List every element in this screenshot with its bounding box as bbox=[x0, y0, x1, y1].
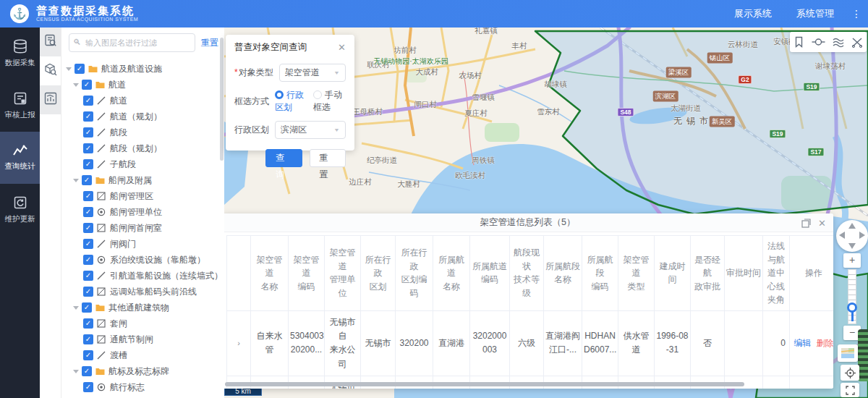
nav-display-system[interactable]: 展示系统 bbox=[734, 7, 772, 20]
layer-tree-item[interactable]: ✓航段 bbox=[61, 124, 224, 140]
layer-checkbox[interactable]: ✓ bbox=[83, 127, 93, 137]
compass-control[interactable] bbox=[836, 220, 868, 252]
layer-tree-item[interactable]: ✓船闸及附属 bbox=[61, 172, 224, 188]
layer-tree-item[interactable]: ✓船闸管理区 bbox=[61, 188, 224, 204]
layer-checkbox[interactable]: ✓ bbox=[83, 143, 93, 153]
scissors-icon[interactable] bbox=[851, 37, 863, 48]
layer-checkbox[interactable]: ✓ bbox=[83, 287, 93, 297]
place-label: 纪亭街道 bbox=[367, 156, 397, 166]
close-icon[interactable]: ✕ bbox=[338, 42, 346, 53]
layer-tree-item[interactable]: ✓船闸闸首闸室 bbox=[61, 220, 224, 236]
pan-east-icon[interactable] bbox=[859, 232, 865, 239]
table-cell: 0 bbox=[763, 310, 790, 376]
layer-checkbox[interactable]: ✓ bbox=[83, 223, 93, 233]
sidebar-item-1[interactable]: 数据采集 bbox=[0, 27, 40, 80]
road-badge: S19 bbox=[803, 82, 820, 91]
layer-tree-item[interactable]: ✓航道及航道设施 bbox=[61, 61, 224, 77]
rail-tool-2[interactable] bbox=[40, 56, 61, 85]
layer-checkbox[interactable]: ✓ bbox=[82, 175, 92, 185]
layer-checkbox[interactable]: ✓ bbox=[83, 318, 93, 329]
query-button[interactable]: 查询 bbox=[265, 149, 302, 167]
layer-tree-item[interactable]: ✓闸阀门 bbox=[61, 236, 224, 252]
tree-scrollbar[interactable] bbox=[220, 38, 224, 161]
folder-icon bbox=[88, 65, 98, 73]
layer-tree-item[interactable]: ✓航道（规划） bbox=[61, 109, 224, 124]
bookmark-icon[interactable] bbox=[793, 36, 804, 48]
layer-tree-item[interactable]: ✓航标及标志标牌 bbox=[61, 363, 224, 379]
layer-checkbox[interactable]: ✓ bbox=[83, 111, 93, 122]
radio-manual-select[interactable]: 手动框选 bbox=[313, 89, 346, 114]
basemap-switch-button[interactable] bbox=[838, 344, 858, 362]
line-icon bbox=[97, 240, 106, 248]
layer-tree-item[interactable]: ✓子航段 bbox=[61, 156, 224, 172]
layer-checkbox[interactable]: ✓ bbox=[82, 366, 92, 376]
reset-button[interactable]: 重置 bbox=[310, 149, 346, 167]
layer-tree-item[interactable]: ✓远调站靠船码头前沿线 bbox=[61, 284, 224, 300]
pan-west-icon[interactable] bbox=[839, 232, 845, 239]
layer-checkbox[interactable]: ✓ bbox=[83, 271, 93, 281]
horizontal-scrollbar[interactable] bbox=[225, 382, 744, 386]
fullscreen-button[interactable] bbox=[841, 383, 859, 397]
layer-tree-item[interactable]: ✓航段（规划） bbox=[61, 140, 224, 156]
layer-tree-item[interactable]: ✓套闸 bbox=[61, 316, 224, 331]
layer-checkbox[interactable]: ✓ bbox=[82, 302, 92, 313]
layer-checkbox[interactable]: ✓ bbox=[83, 255, 93, 265]
layer-tree-item[interactable]: ✓航道 bbox=[61, 77, 224, 93]
layer-checkbox[interactable]: ✓ bbox=[83, 239, 93, 249]
pan-south-icon[interactable] bbox=[848, 243, 856, 249]
layer-checkbox[interactable]: ✓ bbox=[83, 207, 93, 217]
radio-admin-district[interactable]: 行政区划 bbox=[275, 89, 307, 114]
layer-reset-link[interactable]: 重置 bbox=[201, 37, 218, 49]
layer-tree-item[interactable]: ✓航道 bbox=[61, 93, 224, 109]
sidebar-item-2[interactable]: 审核上报 bbox=[0, 80, 40, 132]
close-icon[interactable]: ✕ bbox=[818, 218, 826, 229]
layers-icon[interactable] bbox=[833, 37, 844, 48]
city-label: 无锡市 bbox=[673, 115, 712, 127]
layer-checkbox[interactable]: ✓ bbox=[83, 96, 93, 106]
street-view-widget[interactable] bbox=[858, 329, 868, 381]
place-label: 胡埭镇 bbox=[544, 80, 567, 90]
sidebar-item-4[interactable]: 维护更新 bbox=[0, 184, 40, 236]
caret-down-icon[interactable] bbox=[73, 306, 79, 310]
layer-checkbox[interactable]: ✓ bbox=[83, 334, 93, 344]
layer-tree-item[interactable]: ✓标牌 bbox=[61, 395, 224, 398]
rail-tool-3[interactable] bbox=[40, 85, 61, 114]
zoom-in-button[interactable]: + bbox=[843, 253, 861, 268]
nav-system-admin[interactable]: 系统管理 bbox=[796, 7, 834, 20]
layer-tree-item[interactable]: ✓引航道靠船设施（连续墙式） bbox=[61, 268, 224, 284]
expand-icon[interactable] bbox=[801, 219, 811, 228]
caret-down-icon[interactable] bbox=[66, 67, 72, 71]
layer-tree-item[interactable]: ✓船闸管理单位 bbox=[61, 204, 224, 220]
layer-tree-item[interactable]: ✓系泊绞缆设施（靠船墩） bbox=[61, 252, 224, 268]
edit-link[interactable]: 编辑 bbox=[794, 338, 812, 348]
caret-down-icon[interactable] bbox=[73, 179, 79, 182]
layer-tree-item[interactable]: ✓通航节制闸 bbox=[61, 331, 224, 347]
line-icon bbox=[97, 144, 106, 153]
sidebar-item-3[interactable]: 查询统计 bbox=[0, 132, 40, 184]
row-expand-icon[interactable]: › bbox=[237, 339, 240, 347]
layer-search-input[interactable] bbox=[69, 33, 195, 52]
caret-down-icon[interactable] bbox=[73, 83, 79, 87]
object-type-select[interactable]: 架空管道 ▼ bbox=[279, 64, 346, 82]
layer-checkbox[interactable]: ✓ bbox=[83, 191, 93, 201]
zoom-slider-handle[interactable] bbox=[847, 302, 857, 313]
layer-checkbox[interactable]: ✓ bbox=[83, 382, 93, 392]
layer-tree-item[interactable]: ✓航行标志 bbox=[61, 379, 224, 395]
layer-checkbox[interactable]: ✓ bbox=[83, 350, 93, 360]
delete-link[interactable]: 删除 bbox=[817, 338, 834, 348]
district-select[interactable]: 滨湖区 ▼ bbox=[275, 121, 346, 139]
rail-tool-1[interactable] bbox=[40, 27, 61, 56]
report-icon bbox=[13, 91, 27, 106]
layer-tree-item[interactable]: ✓其他通航建筑物 bbox=[61, 300, 224, 316]
layer-checkbox[interactable]: ✓ bbox=[83, 159, 93, 169]
column-header: 所属航段 编码 bbox=[582, 236, 618, 311]
layer-checkbox[interactable]: ✓ bbox=[75, 64, 85, 74]
pan-north-icon[interactable] bbox=[848, 223, 856, 229]
statistics-icon bbox=[12, 144, 28, 157]
locate-button[interactable] bbox=[841, 365, 859, 381]
layer-tree-item[interactable]: ✓渡槽 bbox=[61, 347, 224, 363]
layer-checkbox[interactable]: ✓ bbox=[82, 80, 92, 90]
measure-icon[interactable] bbox=[812, 37, 825, 47]
caret-down-icon[interactable] bbox=[73, 370, 79, 373]
vertical-dots-icon[interactable]: ⋮ bbox=[851, 8, 862, 20]
